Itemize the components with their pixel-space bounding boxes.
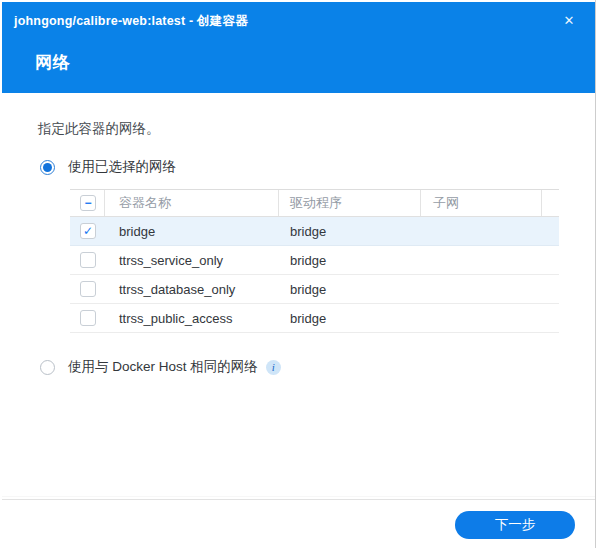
select-all-checkbox[interactable]: − [80, 195, 96, 211]
cell-filler [542, 217, 559, 245]
cell-filler [542, 246, 559, 274]
column-header-subnet[interactable]: 子网 [421, 190, 542, 216]
table-row[interactable]: ✓bridgebridge [70, 217, 559, 246]
table-header: − 容器名称 驱动程序 子网 [70, 189, 559, 217]
cell-driver: bridge [279, 217, 421, 245]
radio-use-selected-label: 使用已选择的网络 [68, 158, 176, 176]
cell-network-name: bridge [105, 217, 279, 245]
column-header-container-name[interactable]: 容器名称 [105, 190, 279, 216]
page-title: 网络 [35, 51, 70, 74]
cell-filler [542, 275, 559, 303]
radio-docker-host-label: 使用与 Docker Host 相同的网络 [68, 358, 258, 376]
radio-docker-host-network[interactable]: 使用与 Docker Host 相同的网络 i [40, 358, 281, 376]
close-icon: ✕ [564, 13, 575, 28]
radio-use-selected-network[interactable]: 使用已选择的网络 [40, 158, 176, 176]
cell-filler [542, 304, 559, 332]
network-description: 指定此容器的网络。 [38, 120, 160, 138]
cell-driver: bridge [279, 275, 421, 303]
close-button[interactable]: ✕ [559, 10, 579, 30]
cell-driver: bridge [279, 246, 421, 274]
column-header-filler [542, 190, 559, 216]
cell-driver: bridge [279, 304, 421, 332]
info-icon[interactable]: i [266, 360, 281, 375]
table-row[interactable]: ttrss_service_onlybridge [70, 246, 559, 275]
next-button[interactable]: 下一步 [455, 511, 575, 539]
table-body: ✓bridgebridgettrss_service_onlybridgettr… [70, 217, 559, 333]
table-row[interactable]: ttrss_public_accessbridge [70, 304, 559, 333]
radio-selected-icon[interactable] [40, 160, 55, 175]
checkbox-unchecked-icon[interactable] [80, 252, 96, 268]
column-header-driver[interactable]: 驱动程序 [279, 190, 421, 216]
cell-network-name: ttrss_database_only [105, 275, 279, 303]
cell-subnet [421, 246, 542, 274]
cell-subnet [421, 217, 542, 245]
cell-network-name: ttrss_public_access [105, 304, 279, 332]
table-row[interactable]: ttrss_database_onlybridge [70, 275, 559, 304]
checkbox-unchecked-icon[interactable] [80, 281, 96, 297]
cell-subnet [421, 304, 542, 332]
radio-unselected-icon[interactable] [40, 360, 55, 375]
network-table: − 容器名称 驱动程序 子网 ✓bridgebridgettrss_servic… [70, 189, 559, 333]
cell-network-name: ttrss_service_only [105, 246, 279, 274]
dialog-header: johngong/calibre-web:latest - 创建容器 ✕ 网络 [2, 2, 595, 93]
footer-divider [2, 499, 595, 500]
window-right-border [595, 0, 596, 548]
checkbox-checked-icon[interactable]: ✓ [80, 223, 96, 239]
checkbox-unchecked-icon[interactable] [80, 310, 96, 326]
window-title: johngong/calibre-web:latest - 创建容器 [14, 13, 248, 30]
cell-subnet [421, 275, 542, 303]
